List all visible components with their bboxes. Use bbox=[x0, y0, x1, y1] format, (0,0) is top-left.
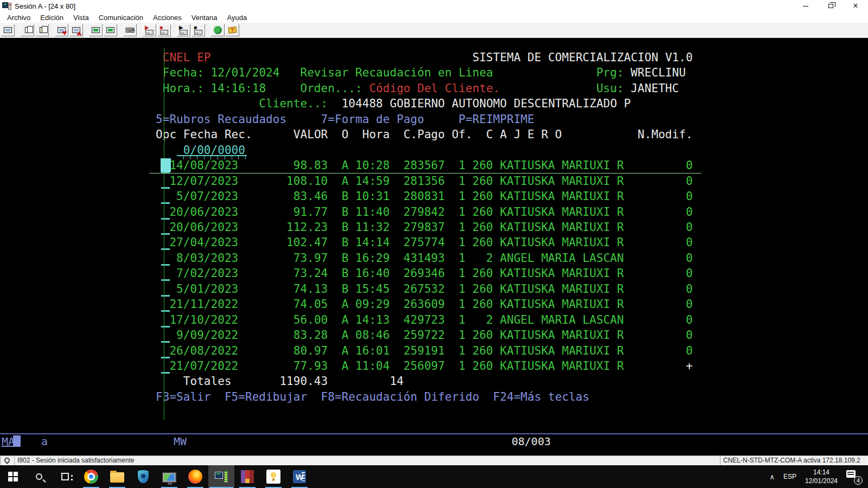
terminal-text: 0 bbox=[686, 297, 693, 311]
start-macro-button[interactable]: ▶ bbox=[143, 24, 156, 36]
terminal-text: 11:32 bbox=[355, 220, 390, 234]
terminal-text: 281356 bbox=[404, 174, 445, 188]
language-indicator[interactable]: ESP bbox=[779, 473, 801, 480]
stop-macro-button[interactable]: ■ bbox=[192, 24, 205, 36]
display-setup-button[interactable] bbox=[104, 24, 117, 36]
taskbar-firefox[interactable] bbox=[182, 465, 208, 488]
notification-center-button[interactable]: 4 bbox=[844, 468, 863, 485]
terminal-text: ANGEL MARIA LASCAN bbox=[500, 251, 624, 265]
terminal-text: 98.83 bbox=[293, 158, 328, 172]
terminal-text: 280831 bbox=[404, 189, 445, 203]
terminal-text: 259722 bbox=[404, 328, 445, 342]
task-view-button[interactable] bbox=[52, 465, 78, 488]
terminal-text: Hora bbox=[362, 127, 390, 142]
terminal-text: 20/06/2023 bbox=[169, 220, 238, 234]
keyboard-icon: ⌨ bbox=[125, 27, 135, 34]
menu-vista[interactable]: Vista bbox=[68, 14, 94, 22]
keyboard-setup-button[interactable]: ⌨ bbox=[123, 24, 137, 36]
opc-input[interactable] bbox=[161, 279, 170, 281]
tray-chevron-icon[interactable]: ∧ bbox=[765, 473, 779, 481]
terminal-text: 73.24 bbox=[293, 266, 328, 280]
taskbar-terminal-session[interactable] bbox=[208, 465, 234, 488]
play-macro-button[interactable]: ▶ bbox=[177, 24, 190, 36]
taskbar: W ∧ ESP 14:14 12/01/2024 4 bbox=[0, 465, 868, 488]
color-map-button[interactable] bbox=[89, 24, 103, 36]
copy-button[interactable] bbox=[21, 24, 34, 36]
terminal-text: 1 bbox=[458, 328, 465, 342]
opc-input[interactable] bbox=[161, 310, 170, 312]
terminal-text: KATIUSKA MARIUXI R bbox=[500, 235, 624, 249]
terminal-text: B bbox=[342, 282, 349, 296]
terminal-text: 2 bbox=[486, 313, 493, 327]
start-button[interactable] bbox=[0, 465, 26, 488]
terminal-text: 0 bbox=[686, 158, 693, 172]
menu-ayuda[interactable]: Ayuda bbox=[222, 14, 252, 22]
terminal-text: F8=Recaudación Diferido bbox=[321, 390, 480, 404]
taskbar-file-explorer[interactable] bbox=[104, 465, 130, 488]
menu-acciones[interactable]: Acciones bbox=[148, 14, 187, 22]
terminal-screen[interactable]: CNEL EPSISTEMA DE COMERCIALIZACION V1.0F… bbox=[0, 38, 868, 455]
opc-input[interactable] bbox=[161, 326, 170, 328]
terminal-text: KATIUSKA MARIUXI R bbox=[500, 359, 624, 373]
terminal-text: 429723 bbox=[404, 313, 445, 327]
terminal-text: 0 bbox=[686, 313, 693, 327]
opc-input[interactable] bbox=[161, 264, 170, 266]
receive-file-button[interactable] bbox=[69, 24, 83, 36]
terminal-text: 27/04/2023 bbox=[169, 235, 238, 249]
terminal-text: ANGEL MARIA LASCAN bbox=[500, 313, 624, 327]
connection-info: CNEL-N-STD-MTZ-COM-A activa 172.18.109.2 bbox=[720, 455, 868, 465]
opc-input[interactable] bbox=[161, 218, 170, 220]
opc-input[interactable] bbox=[161, 357, 170, 358]
terminal-text: KATIUSKA MARIUXI R bbox=[500, 344, 624, 358]
taskbar-winrar[interactable] bbox=[234, 465, 260, 488]
terminal-text: 1 bbox=[458, 235, 465, 249]
menu-comunicacion[interactable]: Comunicación bbox=[94, 14, 148, 22]
taskbar-photo-viewer[interactable] bbox=[156, 465, 182, 488]
opc-input[interactable] bbox=[161, 187, 170, 189]
opc-input[interactable] bbox=[161, 202, 170, 204]
terminal-text: 0 bbox=[686, 174, 693, 188]
terminal-text: 1190.43 bbox=[279, 374, 328, 388]
new-session-button[interactable] bbox=[1, 24, 15, 36]
winrar-icon bbox=[241, 470, 254, 483]
opc-input[interactable] bbox=[161, 233, 170, 235]
terminal-text: A bbox=[342, 359, 349, 373]
globe-button[interactable] bbox=[211, 24, 225, 36]
terminal-text: KATIUSKA MARIUXI R bbox=[500, 220, 624, 234]
record-macro-button[interactable]: ■ bbox=[157, 24, 171, 36]
terminal-text: 14:14 bbox=[355, 235, 390, 249]
minimize-icon bbox=[803, 6, 808, 7]
paste-button[interactable] bbox=[35, 24, 49, 36]
terminal-text: 1 bbox=[458, 251, 465, 265]
terminal-text: 91.77 bbox=[293, 205, 328, 219]
terminal-text: 1 bbox=[458, 266, 465, 280]
taskbar-search-button[interactable] bbox=[26, 465, 52, 488]
date-input-field[interactable] bbox=[177, 155, 247, 159]
taskbar-lightbulb-app[interactable] bbox=[260, 465, 286, 488]
menu-edicion[interactable]: Edición bbox=[35, 14, 68, 22]
terminal-text: KATIUSKA MARIUXI R bbox=[500, 189, 624, 203]
opc-input[interactable] bbox=[161, 372, 170, 374]
menu-ventana[interactable]: Ventana bbox=[187, 14, 222, 22]
terminal-text: 0 bbox=[686, 205, 693, 219]
menu-archivo[interactable]: Archivo bbox=[2, 14, 35, 22]
help-button[interactable]: ? bbox=[226, 24, 239, 36]
minimize-button[interactable] bbox=[793, 0, 818, 12]
terminal-text: KATIUSKA MARIUXI R bbox=[500, 282, 624, 296]
terminal-text: 0 bbox=[686, 220, 693, 234]
restore-button[interactable] bbox=[818, 0, 843, 12]
opc-input[interactable] bbox=[161, 341, 170, 343]
opc-input[interactable] bbox=[161, 248, 170, 250]
taskbar-chrome[interactable] bbox=[78, 465, 104, 488]
opc-input[interactable] bbox=[161, 295, 170, 297]
close-button[interactable]: × bbox=[843, 0, 868, 12]
terminal-text: KATIUSKA MARIUXI R bbox=[500, 266, 624, 280]
terminal-text: 260 bbox=[473, 359, 493, 373]
terminal-session-icon bbox=[215, 471, 228, 483]
tray-clock[interactable]: 14:14 12/01/2024 bbox=[801, 468, 842, 485]
photo-viewer-icon bbox=[162, 472, 176, 483]
taskbar-word[interactable]: W bbox=[286, 465, 312, 488]
send-file-button[interactable] bbox=[55, 24, 68, 36]
taskbar-antivirus[interactable] bbox=[130, 465, 156, 488]
oia-cursor-position: 08/003 bbox=[512, 435, 551, 448]
